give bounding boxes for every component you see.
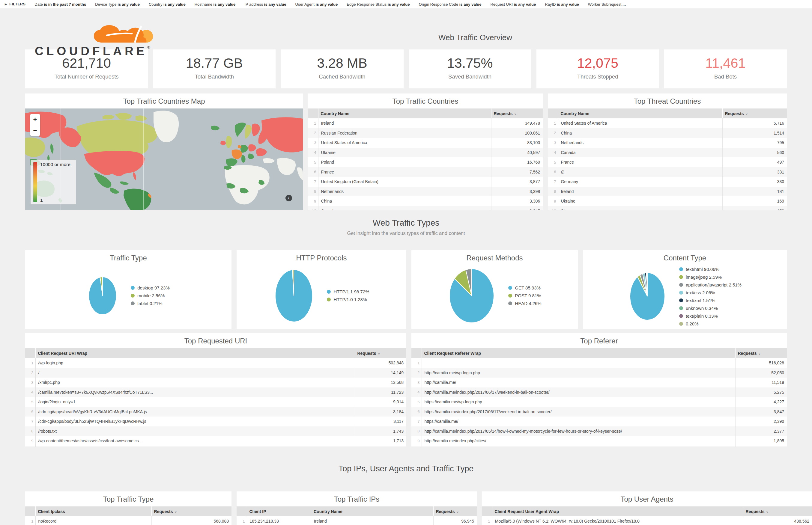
zoom-in-button[interactable]: +	[30, 114, 40, 125]
sort-desc-icon[interactable]: ∨	[745, 112, 748, 116]
legend-item-desktop[interactable]: desktop 97.23%	[131, 284, 170, 292]
filter-item[interactable]: Country is any value	[149, 2, 186, 6]
column-header-country-name[interactable]: Country Name	[311, 507, 433, 516]
filter-item[interactable]: Edge Response Status is any value	[346, 2, 410, 6]
table-row[interactable]: 5Poland16,760	[308, 157, 543, 167]
column-header-requests[interactable]: Requests∨	[743, 507, 812, 516]
filter-item[interactable]: Worker Subrequest ...	[588, 2, 626, 6]
table-row[interactable]: 8/robots.txt1,743	[25, 426, 406, 436]
legend-item-unknown[interactable]: unknown 0.34%	[679, 304, 741, 312]
table-row[interactable]: 7/cdn-cgi/apps/body/3Lh52SjWTQ4HRlErJykH…	[25, 417, 406, 426]
table-row[interactable]: 5/login/?login_only=19,014	[25, 397, 406, 407]
legend-item-tablet[interactable]: tablet 0.21%	[131, 300, 170, 308]
table-row[interactable]: 6https://camilia.me/index.php/2017/06/17…	[411, 407, 787, 417]
table-row[interactable]: 1United States of America5,716	[548, 118, 787, 128]
table-row[interactable]: 8Ireland181	[548, 187, 787, 197]
table-row[interactable]: 6France7,562	[308, 167, 543, 177]
filter-item[interactable]: RayID is any value	[545, 2, 579, 6]
table-row[interactable]: 3/xmlrpc.php13,568	[25, 378, 406, 388]
legend-item-head[interactable]: HEAD 4.26%	[508, 300, 541, 308]
column-header-client-ip[interactable]: Client IP	[247, 507, 311, 516]
legend-item-mobile[interactable]: mobile 2.56%	[131, 292, 170, 300]
table-row[interactable]: 3Netherlands795	[548, 138, 787, 148]
table-row[interactable]: 7United Kingdom (Great Britain)3,877	[308, 177, 543, 187]
table-row[interactable]: 5France497	[548, 157, 787, 167]
filter-item[interactable]: Date is in the past 7 months	[34, 2, 86, 6]
table-row[interactable]: 2/14,149	[25, 368, 406, 378]
table-row[interactable]: 3United States of America83,100	[308, 138, 543, 148]
sort-desc-icon[interactable]: ∨	[514, 112, 517, 116]
table-row[interactable]: 1Mozilla/5.0 (Windows NT 6.1; WOW64; rv:…	[482, 516, 812, 525]
table-row[interactable]: 10/wp-content/themes/ashe/style.css?ver=…	[25, 446, 406, 447]
filter-item[interactable]: Device Type is any value	[95, 2, 140, 6]
filter-item[interactable]: IP address is any value	[245, 2, 286, 6]
sort-desc-icon[interactable]: ∨	[766, 510, 769, 514]
table-row[interactable]: 9China3,306	[308, 196, 543, 206]
table-row[interactable]: 10http://camilia.me/index.php/about/1,47…	[411, 446, 787, 447]
column-header-client-request-referer-wrap[interactable]: Client Request Referer Wrap	[422, 348, 735, 358]
sort-desc-icon[interactable]: ∨	[175, 510, 177, 514]
legend-item-application-javascript[interactable]: application/javascript 2.51%	[679, 281, 741, 288]
column-header-requests[interactable]: Requests∨	[722, 108, 787, 118]
table-row[interactable]: 2China1,514	[548, 128, 787, 138]
table-row[interactable]: 1185.234.218.33Ireland96,945	[237, 516, 477, 525]
legend-item-image-jpeg[interactable]: image/jpeg 2.59%	[679, 273, 741, 281]
table-row[interactable]: 9http://camilia.me/index.php/cities/1,89…	[411, 436, 787, 446]
filter-item[interactable]: Hostname is any value	[195, 2, 236, 6]
legend-item-text-plain[interactable]: text/plain 0.33%	[679, 312, 741, 320]
pie-slice-other[interactable]	[647, 273, 647, 296]
legend-item-text-xml[interactable]: text/xml 1.51%	[679, 296, 741, 304]
table-row[interactable]: 6/cdn-cgi/apps/head/xVgyKhR-vV3dAUGhMqfB…	[25, 407, 406, 417]
pie-slice-tablet[interactable]	[103, 277, 103, 296]
column-header-requests[interactable]: Requests∨	[355, 348, 406, 358]
column-header-client-request-uri-wrap[interactable]: Client Request URI Wrap	[35, 348, 355, 358]
table-row[interactable]: 10Canada2,245	[308, 206, 543, 210]
column-header-country-name[interactable]: Country Name	[318, 108, 491, 118]
table-row[interactable]: 2Russian Federation100,061	[308, 128, 543, 138]
column-header-client-ipclass[interactable]: Client Ipclass	[35, 507, 151, 516]
table-row[interactable]: 10Singapore159	[548, 206, 787, 210]
world-map[interactable]: + − 10000 or more 1 i	[25, 108, 303, 210]
column-header-requests[interactable]: Requests∨	[433, 507, 477, 516]
info-icon[interactable]: i	[285, 195, 292, 201]
table-row[interactable]: 1noRecord568,088	[25, 516, 232, 525]
table-row[interactable]: 4Canada560	[548, 148, 787, 158]
table-row[interactable]: 1/wp-login.php502,848	[25, 358, 406, 368]
table-row[interactable]: 4http://camilia.me/index.php/2017/06/17/…	[411, 388, 787, 397]
table-row[interactable]: 1516,028	[411, 358, 787, 368]
table-row[interactable]: 5https://camilia.me/wp-login.php4,227	[411, 397, 787, 407]
column-header-requests[interactable]: Requests∨	[151, 507, 232, 516]
table-row[interactable]: 4/camilia.me?token=s3+7k6XQvKwzp5/4XSs4r…	[25, 388, 406, 397]
legend-item-text-css[interactable]: text/css 2.06%	[679, 288, 741, 296]
filter-item[interactable]: User Agent is any value	[295, 2, 338, 6]
sort-desc-icon[interactable]: ∨	[456, 510, 459, 514]
column-header-requests[interactable]: Requests∨	[735, 348, 787, 358]
table-row[interactable]: 9/wp-content/themes/ashe/assets/css/font…	[25, 436, 406, 446]
filter-item[interactable]: Request URI is any value	[490, 2, 536, 6]
table-row[interactable]: 8Netherlands3,398	[308, 187, 543, 197]
column-header-requests[interactable]: Requests∨	[491, 108, 543, 118]
legend-item-text-html[interactable]: text/html 90.06%	[679, 265, 741, 273]
sort-desc-icon[interactable]: ∨	[758, 351, 761, 356]
zoom-out-button[interactable]: −	[30, 125, 40, 136]
table-row[interactable]: 1Ireland349,478	[308, 118, 543, 128]
table-row[interactable]: 2http://camilia.me/wp-login.php52,050	[411, 368, 787, 378]
legend-item-http-1-0[interactable]: HTTP/1.0 1.28%	[327, 296, 369, 303]
table-row[interactable]: 8http://camilia.me/index.php/2017/05/14/…	[411, 426, 787, 436]
filters-toggle[interactable]: ▶ FILTERS	[5, 2, 26, 6]
table-row[interactable]: 7Germany330	[548, 177, 787, 187]
table-row[interactable]: 9Ukraine169	[548, 196, 787, 206]
column-header-country-name[interactable]: Country Name	[558, 108, 722, 118]
traffic-type-chart-panel: Traffic Type desktop 97.23%mobile 2.56%t…	[25, 250, 232, 329]
legend-item-http-1-1[interactable]: HTTP/1.1 98.72%	[327, 288, 369, 296]
table-row[interactable]: 6∅331	[548, 167, 787, 177]
filter-item[interactable]: Origin Response Code is any value	[419, 2, 482, 6]
table-row[interactable]: 7https://camilia.me/2,390	[411, 417, 787, 426]
sort-desc-icon[interactable]: ∨	[378, 351, 381, 356]
table-row[interactable]: 4Ukraine40,597	[308, 148, 543, 158]
legend-item-get[interactable]: GET 85.93%	[508, 284, 541, 292]
table-row[interactable]: 3http://camilia.me/11,519	[411, 378, 787, 388]
legend-item-other[interactable]: 0.20%	[679, 320, 741, 328]
column-header-client-request-user-agent-wrap[interactable]: Client Request User Agent Wrap	[492, 507, 743, 516]
legend-item-post[interactable]: POST 9.81%	[508, 292, 541, 300]
